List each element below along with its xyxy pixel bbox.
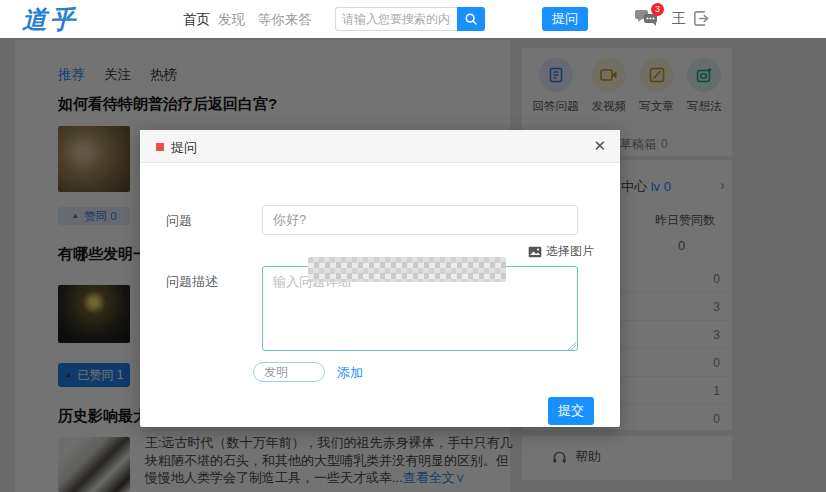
nav-home[interactable]: 首页 (183, 11, 210, 29)
modal-body: 问题 选择图片 问题描述 添加 提交 (140, 163, 620, 427)
site-logo[interactable]: 道乎 (22, 3, 78, 36)
question-description-textarea[interactable] (262, 266, 578, 351)
tag-input[interactable] (253, 362, 325, 382)
username[interactable]: 王 (672, 10, 686, 28)
top-header: 道乎 首页 发现 等你来答 提问 3 (0, 0, 826, 38)
notification-badge: 3 (651, 3, 664, 16)
search-icon (464, 12, 478, 26)
red-square-bullet-icon (156, 143, 164, 151)
submit-button[interactable]: 提交 (548, 397, 594, 425)
close-icon[interactable]: ✕ (593, 137, 606, 155)
modal-title: 提问 (171, 139, 197, 157)
search-input[interactable] (335, 7, 457, 31)
description-label: 问题描述 (166, 273, 218, 291)
logout-icon[interactable] (692, 9, 711, 28)
picture-icon (528, 246, 542, 258)
search-box (335, 7, 485, 31)
question-label: 问题 (166, 212, 192, 230)
choose-image-label: 选择图片 (546, 243, 594, 260)
ask-question-modal: 提问 ✕ 问题 选择图片 问题描述 添加 提交 (140, 130, 620, 427)
add-tag-link[interactable]: 添加 (337, 364, 363, 382)
nav-waiting-answer[interactable]: 等你来答 (258, 11, 312, 29)
ask-question-button[interactable]: 提问 (542, 7, 588, 31)
nav-discover[interactable]: 发现 (218, 11, 245, 29)
question-title-input[interactable] (262, 205, 578, 235)
app-window: 道乎 首页 发现 等你来答 提问 3 (0, 0, 826, 492)
choose-image-button[interactable]: 选择图片 (528, 243, 594, 260)
search-button[interactable] (457, 7, 485, 31)
modal-header: 提问 ✕ (140, 130, 620, 163)
